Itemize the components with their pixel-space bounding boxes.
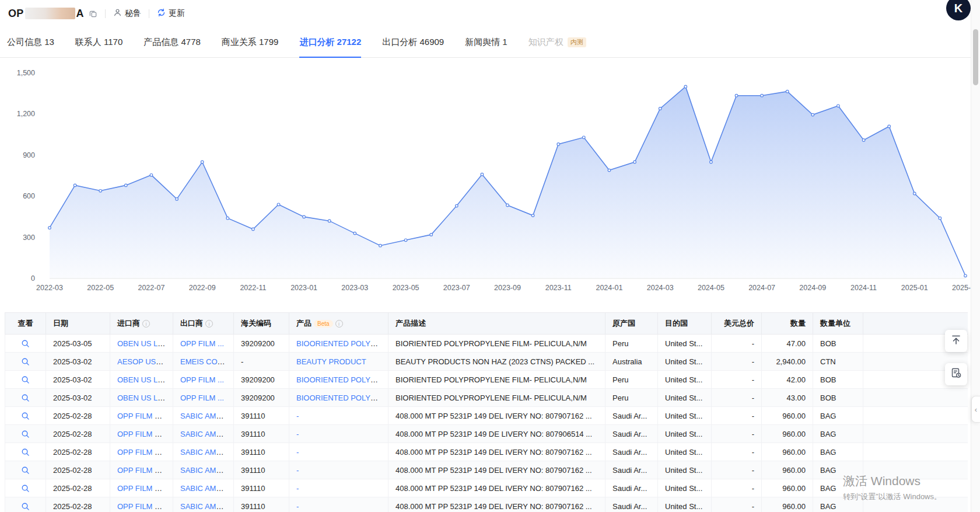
cell-description: BIORIENTED POLYPROPYLENE FILM- PELICULA,… — [388, 389, 606, 407]
tab-export-analysis[interactable]: 出口分析 46909 — [382, 27, 444, 57]
divider — [149, 9, 149, 18]
view-detail-button[interactable] — [21, 466, 30, 475]
importer-link[interactable]: AESOP USA ... — [117, 357, 169, 366]
cell-dest-country: United St... — [658, 425, 712, 443]
importer-link[interactable]: OBEN US LLC — [117, 339, 167, 348]
tab-label: 知识产权 — [528, 37, 564, 48]
importer-link[interactable]: OPP FILM E... — [117, 502, 166, 511]
chart-point — [811, 113, 814, 116]
info-icon[interactable] — [142, 320, 150, 328]
importer-link[interactable]: OPP FILM E... — [117, 412, 166, 420]
cell-quantity-unit: BAG — [813, 461, 863, 479]
company-name-suffix: A — [76, 8, 84, 20]
view-detail-button[interactable] — [21, 393, 30, 402]
tab-company-info[interactable]: 公司信息 13 — [7, 27, 54, 57]
tab-product-info[interactable]: 产品信息 4778 — [144, 27, 201, 57]
cell-usd-total: - — [712, 497, 762, 512]
product-link[interactable]: BEAUTY PRODUCT — [296, 357, 366, 366]
importer-link[interactable]: OPP FILM E... — [117, 448, 166, 457]
view-detail-button[interactable] — [21, 375, 30, 384]
col-header-label: 数量单位 — [820, 319, 850, 328]
product-link[interactable]: BIOORIENTED POLYPR... — [296, 393, 387, 402]
col-header-label: 日期 — [53, 319, 68, 328]
chart-point — [939, 217, 942, 220]
country-item[interactable]: 秘鲁 — [113, 8, 141, 19]
cell-dest-country: United St... — [658, 335, 712, 353]
x-tick-label: 2023-03 — [341, 284, 368, 292]
internal-beta-badge: 内测 — [568, 37, 586, 47]
exporter-link[interactable]: SABIC AME... — [180, 448, 228, 457]
x-tick-label: 2023-01 — [290, 284, 317, 292]
exporter-link[interactable]: SABIC AME... — [180, 502, 228, 511]
tab-intellectual-property[interactable]: 知识产权内测 — [528, 27, 586, 57]
person-icon — [113, 8, 122, 19]
copy-icon[interactable] — [89, 9, 97, 18]
importer-link[interactable]: OPP FILM E... — [117, 430, 166, 438]
x-tick-label: 2022-09 — [189, 284, 216, 292]
cell-hs-code: 391110 — [234, 425, 289, 443]
product-link[interactable]: - — [296, 448, 299, 457]
product-link[interactable]: - — [296, 484, 299, 493]
exporter-link[interactable]: OPP FILM ... — [180, 339, 224, 348]
exporter-link[interactable]: SABIC AME... — [180, 430, 228, 438]
product-link[interactable]: - — [296, 412, 299, 420]
chart-point — [74, 184, 76, 187]
tab-business-relations[interactable]: 商业关系 1799 — [222, 27, 279, 57]
product-link[interactable]: BIOORIENTED POLYPR... — [296, 339, 387, 348]
topbar: OP A 秘鲁 更新 K — [0, 0, 980, 27]
cell-dest-country: United St... — [658, 497, 712, 512]
importer-link[interactable]: OBEN US LLC — [117, 393, 167, 402]
refresh-icon — [157, 8, 166, 19]
table-row: 2025-02-28OPP FILM E...SABIC AME...39111… — [5, 461, 968, 479]
exporter-link[interactable]: SABIC AME... — [180, 484, 228, 493]
exporter-link[interactable]: SABIC AME... — [180, 466, 228, 475]
importer-link[interactable]: OBEN US LLC — [117, 375, 167, 384]
chevron-left-icon: ‹ — [975, 405, 977, 414]
view-detail-button[interactable] — [21, 502, 30, 511]
view-detail-button[interactable] — [21, 339, 30, 348]
cell-origin-country: Saudi Ar... — [606, 407, 658, 425]
table-row: 2025-02-28OPP FILM E...SABIC AME...39111… — [5, 407, 968, 425]
collapse-panel-handle[interactable]: ‹ — [971, 396, 980, 423]
back-to-top-button[interactable] — [945, 330, 967, 352]
cell-origin-country: Peru — [606, 389, 658, 407]
x-tick-label: 2022-03 — [36, 284, 63, 292]
view-detail-button[interactable] — [21, 484, 30, 493]
importer-link[interactable]: OPP FILM E... — [117, 466, 166, 475]
tab-label: 联系人 1170 — [75, 37, 123, 48]
cell-hs-code: 391110 — [234, 497, 289, 512]
cell-usd-total: - — [712, 479, 762, 497]
info-icon[interactable] — [205, 320, 213, 328]
scrollbar[interactable] — [971, 0, 980, 512]
exporter-link[interactable]: SABIC AME... — [180, 412, 228, 420]
view-detail-button[interactable] — [21, 430, 30, 438]
product-link[interactable]: BIOORIENTED POLYPR... — [296, 375, 387, 384]
cell-quantity-unit: CTN — [813, 353, 863, 371]
importer-link[interactable]: OPP FILM E... — [117, 484, 166, 493]
product-link[interactable]: - — [296, 466, 299, 475]
tab-label: 进口分析 27122 — [299, 37, 361, 48]
exporter-link[interactable]: EMEIS COS... — [180, 357, 229, 366]
product-link[interactable]: - — [296, 502, 299, 511]
beta-badge: Beta — [314, 320, 333, 328]
scrollbar-thumb[interactable] — [973, 29, 978, 85]
col-header-quantity_unit: 数量单位 — [813, 313, 863, 335]
cell-usd-total: - — [712, 353, 762, 371]
x-tick-label: 2024-03 — [647, 284, 674, 292]
tab-news[interactable]: 新闻舆情 1 — [465, 27, 508, 57]
exporter-link[interactable]: OPP FILM ... — [180, 375, 224, 384]
cell-quantity-unit: BOB — [813, 389, 863, 407]
view-detail-button[interactable] — [21, 448, 30, 457]
info-icon[interactable] — [335, 320, 343, 328]
view-detail-button[interactable] — [21, 412, 30, 420]
product-link[interactable]: - — [296, 430, 299, 438]
refresh-button[interactable]: 更新 — [157, 8, 185, 19]
view-detail-button[interactable] — [21, 357, 30, 366]
chart-point — [710, 161, 713, 163]
exporter-link[interactable]: OPP FILM ... — [180, 393, 224, 402]
cell-date: 2025-02-28 — [46, 407, 110, 425]
tab-import-analysis[interactable]: 进口分析 27122 — [299, 27, 361, 57]
tab-contacts[interactable]: 联系人 1170 — [75, 27, 123, 57]
feedback-button[interactable] — [945, 363, 967, 385]
import-trend-chart-svg: 03006009001,2001,5002022-032022-052022-0… — [0, 58, 980, 298]
